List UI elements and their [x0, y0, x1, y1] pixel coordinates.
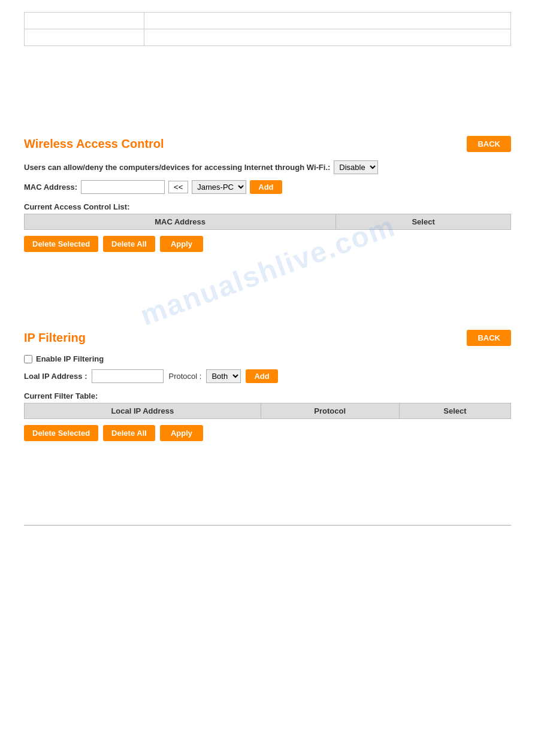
enable-ip-filtering-label: Enable IP Filtering: [36, 354, 104, 363]
ip-section-title: IP Filtering: [24, 331, 86, 345]
wireless-add-button[interactable]: Add: [250, 180, 282, 194]
mac-address-input[interactable]: [81, 180, 165, 194]
filter-table-header-row: Local IP Address Protocol Select: [25, 403, 511, 419]
wifi-description-text: Users can allow/deny the computers/devic…: [24, 163, 330, 172]
wireless-action-row: Delete Selected Delete All Apply: [24, 236, 511, 252]
ip-section-header: IP Filtering BACK: [24, 330, 511, 346]
ip-add-button[interactable]: Add: [246, 369, 277, 383]
local-ip-column-header: Local IP Address: [25, 403, 261, 419]
arrow-button[interactable]: <<: [168, 181, 188, 193]
wireless-delete-all-button[interactable]: Delete All: [103, 236, 155, 252]
ip-address-row: Loal IP Address : Protocol : Both TCP UD…: [24, 369, 511, 383]
wireless-section: Wireless Access Control BACK Users can a…: [24, 136, 511, 252]
ip-apply-button[interactable]: Apply: [160, 425, 203, 441]
table-row: [25, 29, 511, 46]
ip-back-button[interactable]: BACK: [467, 330, 511, 346]
loal-ip-input[interactable]: [92, 369, 164, 383]
enable-ip-filtering-checkbox[interactable]: [24, 355, 32, 363]
protocol-select[interactable]: Both TCP UDP: [206, 369, 241, 383]
wireless-section-header: Wireless Access Control BACK: [24, 136, 511, 152]
protocol-label: Protocol :: [168, 372, 201, 381]
wireless-section-title: Wireless Access Control: [24, 137, 164, 151]
mac-address-label: MAC Address:: [24, 183, 77, 192]
top-table: [24, 12, 511, 46]
top-table-cell-r2c2: [144, 29, 511, 46]
table-header-row: MAC Address Select: [25, 214, 511, 230]
ip-delete-all-button[interactable]: Delete All: [103, 425, 155, 441]
mac-address-row: MAC Address: << James-PC Add: [24, 180, 511, 194]
ip-filtering-section: IP Filtering BACK Enable IP Filtering Lo…: [24, 330, 511, 441]
wireless-control-table: MAC Address Select: [24, 214, 511, 230]
top-table-cell-r1c2: [144, 13, 511, 29]
wireless-back-button[interactable]: BACK: [467, 136, 511, 152]
footer-line: [24, 525, 511, 529]
ip-filter-list-label: Current Filter Table:: [24, 391, 511, 400]
device-select[interactable]: James-PC: [192, 180, 246, 194]
ip-filter-table: Local IP Address Protocol Select: [24, 403, 511, 419]
top-table-cell-r1c1: [25, 13, 144, 29]
loal-ip-label: Loal IP Address :: [24, 372, 87, 381]
table-row: [25, 13, 511, 29]
wifi-mode-select[interactable]: Disable Allow Deny: [334, 160, 378, 174]
ip-delete-selected-button[interactable]: Delete Selected: [24, 425, 98, 441]
wireless-delete-selected-button[interactable]: Delete Selected: [24, 236, 98, 252]
ip-select-column-header: Select: [399, 403, 510, 419]
ip-action-row: Delete Selected Delete All Apply: [24, 425, 511, 441]
wifi-description-row: Users can allow/deny the computers/devic…: [24, 160, 511, 174]
mac-address-column-header: MAC Address: [25, 214, 336, 230]
select-column-header: Select: [336, 214, 511, 230]
wireless-apply-button[interactable]: Apply: [160, 236, 203, 252]
wireless-list-label: Current Access Control List:: [24, 202, 511, 211]
top-table-cell-r2c1: [25, 29, 144, 46]
enable-ip-filtering-row: Enable IP Filtering: [24, 354, 511, 363]
protocol-column-header: Protocol: [261, 403, 399, 419]
